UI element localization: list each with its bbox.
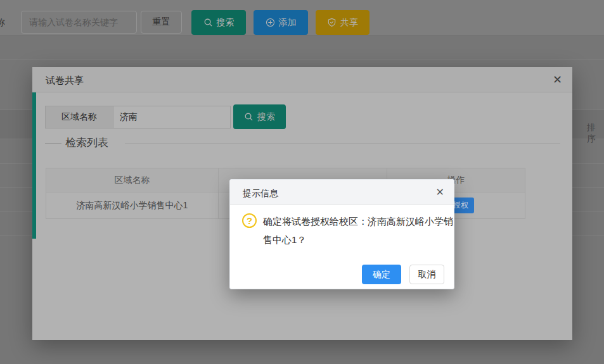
paper-name-search-input[interactable] [21, 11, 137, 34]
share-dialog-header: 试卷共享 ✕ [32, 67, 572, 92]
add-button[interactable]: 添加 [254, 10, 308, 35]
region-search-label: 搜索 [257, 111, 275, 123]
authorize-label: 授权 [453, 200, 468, 211]
share-label: 共享 [340, 17, 358, 28]
toolbar-search-label: 搜索 [217, 17, 235, 28]
confirm-dialog-header: 提示信息 ✕ [230, 180, 454, 205]
section-divider [45, 143, 61, 144]
cancel-button[interactable]: 取消 [409, 265, 444, 284]
section-title: 检索列表 [65, 135, 108, 150]
bg-sort-column-header: 排序 [587, 122, 604, 145]
plus-circle-icon [266, 18, 275, 27]
confirm-dialog: 提示信息 ✕ ? 确定将试卷授权给校区：济南高新汉峪小学销售中心1？ 确定 取消 [229, 179, 454, 289]
confirm-button[interactable]: 确定 [362, 265, 401, 284]
paper-name-label-fragment: 称 [0, 17, 5, 28]
shield-check-icon [327, 18, 337, 27]
app-stage: 称 重置 搜索 添加 共享 排序 试卷共享 ✕ [0, 0, 604, 364]
confirm-message: 确定将试卷授权给校区：济南高新汉峪小学销售中心1？ [263, 212, 454, 249]
reset-button[interactable]: 重置 [141, 11, 182, 34]
section-divider [125, 143, 560, 144]
cell-region-name: 济南高新汉峪小学销售中心1 [46, 192, 218, 218]
confirm-dialog-title: 提示信息 [243, 188, 278, 199]
page-toolbar: 称 重置 搜索 添加 共享 [0, 0, 604, 36]
share-dialog-title: 试卷共享 [46, 75, 84, 87]
bg-table-line [0, 59, 604, 60]
share-button[interactable]: 共享 [316, 10, 369, 35]
search-icon [203, 18, 213, 27]
search-icon [244, 112, 254, 122]
add-label: 添加 [279, 17, 297, 28]
region-name-input[interactable] [113, 106, 231, 129]
region-name-field-label: 区域名称 [45, 106, 113, 129]
question-circle-icon: ? [242, 213, 257, 228]
column-header-region-name: 区域名称 [46, 168, 218, 192]
region-search-button[interactable]: 搜索 [233, 104, 286, 129]
confirm-dialog-close-icon[interactable]: ✕ [436, 186, 444, 199]
toolbar-search-button[interactable]: 搜索 [191, 10, 246, 35]
dialog-accent-bar [32, 92, 36, 239]
share-dialog-close-icon[interactable]: ✕ [553, 73, 562, 87]
